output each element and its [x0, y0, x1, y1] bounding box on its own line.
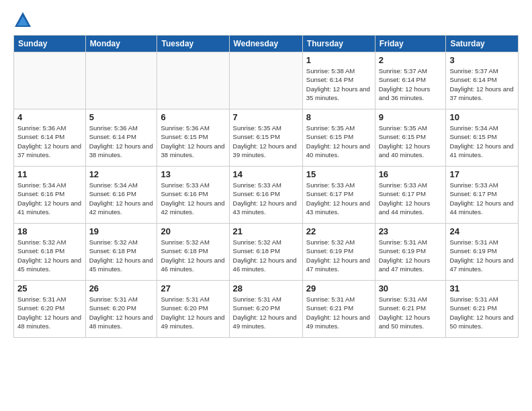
day-number: 21: [233, 226, 299, 236]
day-info: Sunrise: 5:32 AM Sunset: 6:18 PM Dayligh…: [17, 238, 82, 273]
calendar-cell: 1Sunrise: 5:38 AM Sunset: 6:14 PM Daylig…: [302, 52, 375, 109]
day-number: 1: [306, 55, 371, 65]
day-number: 24: [449, 226, 515, 236]
calendar-table: SundayMondayTuesdayWednesdayThursdayFrid…: [13, 35, 519, 338]
day-number: 19: [89, 226, 154, 236]
day-number: 23: [379, 226, 443, 236]
calendar-cell: 10Sunrise: 5:34 AM Sunset: 6:15 PM Dayli…: [446, 109, 519, 167]
day-info: Sunrise: 5:32 AM Sunset: 6:19 PM Dayligh…: [306, 238, 371, 273]
week-row-5: 25Sunrise: 5:31 AM Sunset: 6:20 PM Dayli…: [14, 281, 519, 338]
calendar-cell: 29Sunrise: 5:31 AM Sunset: 6:21 PM Dayli…: [302, 281, 375, 338]
day-number: 26: [89, 283, 154, 293]
day-info: Sunrise: 5:32 AM Sunset: 6:18 PM Dayligh…: [161, 238, 225, 273]
day-number: 22: [306, 226, 371, 236]
calendar-cell: 7Sunrise: 5:35 AM Sunset: 6:15 PM Daylig…: [229, 109, 302, 167]
weekday-saturday: Saturday: [446, 36, 519, 52]
week-row-1: 1Sunrise: 5:38 AM Sunset: 6:14 PM Daylig…: [14, 52, 519, 109]
calendar-cell: 30Sunrise: 5:31 AM Sunset: 6:21 PM Dayli…: [375, 281, 446, 338]
day-number: 12: [89, 169, 154, 179]
day-info: Sunrise: 5:32 AM Sunset: 6:18 PM Dayligh…: [233, 238, 299, 273]
calendar-cell: 24Sunrise: 5:31 AM Sunset: 6:19 PM Dayli…: [446, 224, 519, 281]
day-info: Sunrise: 5:36 AM Sunset: 6:15 PM Dayligh…: [161, 124, 225, 159]
week-row-4: 18Sunrise: 5:32 AM Sunset: 6:18 PM Dayli…: [14, 224, 519, 281]
day-number: 4: [17, 112, 82, 122]
calendar-cell: 25Sunrise: 5:31 AM Sunset: 6:20 PM Dayli…: [14, 281, 86, 338]
calendar-cell: 13Sunrise: 5:33 AM Sunset: 6:16 PM Dayli…: [157, 167, 229, 224]
day-info: Sunrise: 5:33 AM Sunset: 6:16 PM Dayligh…: [161, 181, 225, 216]
day-number: 18: [17, 226, 82, 236]
day-info: Sunrise: 5:35 AM Sunset: 6:15 PM Dayligh…: [233, 124, 299, 159]
day-info: Sunrise: 5:31 AM Sunset: 6:20 PM Dayligh…: [233, 295, 299, 330]
day-info: Sunrise: 5:32 AM Sunset: 6:18 PM Dayligh…: [89, 238, 154, 273]
calendar-cell: 8Sunrise: 5:35 AM Sunset: 6:15 PM Daylig…: [302, 109, 375, 167]
weekday-header-row: SundayMondayTuesdayWednesdayThursdayFrid…: [14, 36, 519, 52]
day-info: Sunrise: 5:35 AM Sunset: 6:15 PM Dayligh…: [306, 124, 371, 159]
day-info: Sunrise: 5:34 AM Sunset: 6:15 PM Dayligh…: [449, 124, 515, 159]
day-info: Sunrise: 5:36 AM Sunset: 6:14 PM Dayligh…: [17, 124, 82, 159]
day-number: 20: [161, 226, 225, 236]
day-number: 15: [306, 169, 371, 179]
calendar-cell: 16Sunrise: 5:33 AM Sunset: 6:17 PM Dayli…: [375, 167, 446, 224]
calendar-cell: 2Sunrise: 5:37 AM Sunset: 6:14 PM Daylig…: [375, 52, 446, 109]
day-info: Sunrise: 5:31 AM Sunset: 6:20 PM Dayligh…: [161, 295, 225, 330]
day-info: Sunrise: 5:33 AM Sunset: 6:17 PM Dayligh…: [379, 181, 443, 216]
calendar-cell: 27Sunrise: 5:31 AM Sunset: 6:20 PM Dayli…: [157, 281, 229, 338]
day-number: 27: [161, 283, 225, 293]
week-row-2: 4Sunrise: 5:36 AM Sunset: 6:14 PM Daylig…: [14, 109, 519, 167]
calendar-cell: 14Sunrise: 5:33 AM Sunset: 6:16 PM Dayli…: [229, 167, 302, 224]
calendar-cell: 5Sunrise: 5:36 AM Sunset: 6:14 PM Daylig…: [85, 109, 157, 167]
calendar-cell: 3Sunrise: 5:37 AM Sunset: 6:14 PM Daylig…: [446, 52, 519, 109]
calendar-cell: 17Sunrise: 5:33 AM Sunset: 6:17 PM Dayli…: [446, 167, 519, 224]
calendar-cell: 22Sunrise: 5:32 AM Sunset: 6:19 PM Dayli…: [302, 224, 375, 281]
day-number: 5: [89, 112, 154, 122]
day-number: 7: [233, 112, 299, 122]
day-number: 29: [306, 283, 371, 293]
day-number: 30: [379, 283, 443, 293]
day-info: Sunrise: 5:31 AM Sunset: 6:19 PM Dayligh…: [449, 238, 515, 273]
day-info: Sunrise: 5:34 AM Sunset: 6:16 PM Dayligh…: [89, 181, 154, 216]
calendar-cell: 20Sunrise: 5:32 AM Sunset: 6:18 PM Dayli…: [157, 224, 229, 281]
day-number: 3: [449, 55, 515, 65]
day-number: 9: [379, 112, 443, 122]
day-number: 11: [17, 169, 82, 179]
day-number: 13: [161, 169, 225, 179]
weekday-wednesday: Wednesday: [229, 36, 302, 52]
day-info: Sunrise: 5:31 AM Sunset: 6:21 PM Dayligh…: [449, 295, 515, 330]
weekday-thursday: Thursday: [302, 36, 375, 52]
logo-icon: [13, 11, 32, 30]
week-row-3: 11Sunrise: 5:34 AM Sunset: 6:16 PM Dayli…: [14, 167, 519, 224]
day-info: Sunrise: 5:31 AM Sunset: 6:19 PM Dayligh…: [379, 238, 443, 273]
day-info: Sunrise: 5:36 AM Sunset: 6:14 PM Dayligh…: [89, 124, 154, 159]
calendar-cell: 19Sunrise: 5:32 AM Sunset: 6:18 PM Dayli…: [85, 224, 157, 281]
day-number: 28: [233, 283, 299, 293]
day-info: Sunrise: 5:34 AM Sunset: 6:16 PM Dayligh…: [17, 181, 82, 216]
calendar-cell: [157, 52, 229, 109]
calendar-cell: 15Sunrise: 5:33 AM Sunset: 6:17 PM Dayli…: [302, 167, 375, 224]
calendar-cell: 31Sunrise: 5:31 AM Sunset: 6:21 PM Dayli…: [446, 281, 519, 338]
logo: [13, 11, 35, 30]
page: SundayMondayTuesdayWednesdayThursdayFrid…: [0, 0, 532, 345]
calendar-cell: 28Sunrise: 5:31 AM Sunset: 6:20 PM Dayli…: [229, 281, 302, 338]
calendar-cell: 4Sunrise: 5:36 AM Sunset: 6:14 PM Daylig…: [14, 109, 86, 167]
calendar-cell: 26Sunrise: 5:31 AM Sunset: 6:20 PM Dayli…: [85, 281, 157, 338]
weekday-sunday: Sunday: [14, 36, 86, 52]
calendar-cell: 12Sunrise: 5:34 AM Sunset: 6:16 PM Dayli…: [85, 167, 157, 224]
header: [13, 11, 519, 30]
day-info: Sunrise: 5:31 AM Sunset: 6:21 PM Dayligh…: [379, 295, 443, 330]
day-number: 6: [161, 112, 225, 122]
weekday-friday: Friday: [375, 36, 446, 52]
day-info: Sunrise: 5:33 AM Sunset: 6:17 PM Dayligh…: [449, 181, 515, 216]
day-number: 25: [17, 283, 82, 293]
day-info: Sunrise: 5:33 AM Sunset: 6:17 PM Dayligh…: [306, 181, 371, 216]
weekday-monday: Monday: [85, 36, 157, 52]
day-number: 10: [449, 112, 515, 122]
day-info: Sunrise: 5:31 AM Sunset: 6:20 PM Dayligh…: [17, 295, 82, 330]
day-info: Sunrise: 5:33 AM Sunset: 6:16 PM Dayligh…: [233, 181, 299, 216]
day-info: Sunrise: 5:37 AM Sunset: 6:14 PM Dayligh…: [449, 66, 515, 102]
day-info: Sunrise: 5:31 AM Sunset: 6:20 PM Dayligh…: [89, 295, 154, 330]
day-info: Sunrise: 5:31 AM Sunset: 6:21 PM Dayligh…: [306, 295, 371, 330]
calendar-cell: [229, 52, 302, 109]
day-number: 17: [449, 169, 515, 179]
calendar-cell: 23Sunrise: 5:31 AM Sunset: 6:19 PM Dayli…: [375, 224, 446, 281]
day-number: 8: [306, 112, 371, 122]
